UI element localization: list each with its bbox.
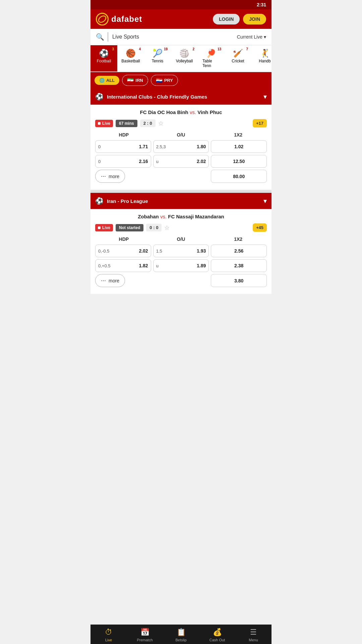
sport-icon-1: 🏀 [126,49,136,58]
sport-tab-tennis[interactable]: 19 🎾 Tennis [144,45,171,71]
x12-cell[interactable]: 2.56 [211,245,267,257]
betting-row-1: 0 2.16 u 2.02 12.50 [95,155,267,168]
header-buttons: LOGIN JOIN [213,14,266,24]
dropdown-icon: ▾ [264,34,266,40]
ou-cell[interactable]: u 2.02 [153,155,209,168]
x12-cell[interactable]: 12.50 [211,155,267,168]
x12-extra-cell[interactable]: 80.00 [211,170,267,183]
x12-header: 1X2 [209,132,267,138]
sport-tab-cricket[interactable]: 7 🏏 Cricket [225,45,251,71]
logo-icon [96,13,109,25]
plus-badge[interactable]: +17 [253,119,267,127]
sport-tab-basketball[interactable]: 4 🏀 Basketball [117,45,144,71]
x12-header: 1X2 [209,236,267,242]
more-dots-icon: ··· [101,277,106,284]
time-badge: 67 mins [116,120,137,127]
sport-icon-2: 🎾 [153,49,163,58]
hdp-cell[interactable]: 0 1.71 [95,140,151,153]
sport-icon-0: ⚽ [99,49,109,58]
section-header-intl-clubs[interactable]: ⚽ International Clubs - Club Friendly Ga… [90,89,272,105]
sport-tab-football[interactable]: 3 ⚽ Football [90,45,117,71]
match-info-row: Live 67 mins 2 : 0 ☆ +17 [95,119,267,127]
x12-cell[interactable]: 2.38 [211,259,267,272]
section-header-iran-pro[interactable]: ⚽ Iran - Pro League ▾ [90,193,272,209]
hdp-header: HDP [95,236,153,242]
search-label: Live Sports [112,34,237,40]
ou-header: O/U [153,236,210,242]
sport-icon-5: 🏏 [233,49,243,58]
match-card-match1: FC Dia OC Hoa Binh vs. Vinh Phuc Live 67… [90,105,272,190]
flag-icon: 🇮🇷 [127,77,134,84]
match-title: Zobahan vs. FC Nassaji Mazandaran [95,214,267,219]
sport-tab-volleyball[interactable]: 2 🏐 Volleyball [171,45,198,71]
more-button[interactable]: ··· more [95,170,125,183]
section-gap [90,190,272,193]
search-bar: 🔍 Live Sports Current Live ▾ [90,29,272,45]
betting-row-0: 0 1.71 2.5,3 1.80 1.02 [95,140,267,153]
ou-header: O/U [153,132,210,138]
betting-last-row: ··· more 80.00 [95,170,267,183]
more-dots-icon: ··· [101,173,106,180]
match-title: FC Dia OC Hoa Binh vs. Vinh Phuc [95,109,267,115]
svg-point-0 [98,15,107,24]
hdp-cell[interactable]: 0,-0.5 2.02 [95,245,151,257]
filter-pills: 🌐ALL🇮🇷IRN🇵🇾PRY [90,72,272,89]
login-button[interactable]: LOGIN [213,14,240,24]
betting-headers: HDP O/U 1X2 [95,132,267,138]
ou-cell[interactable]: u 1.89 [153,259,209,272]
section-soccer-icon: ⚽ [95,93,104,101]
betting-row-0: 0,-0.5 2.02 1.5 1.93 2.56 [95,245,267,257]
filter-pill-all[interactable]: 🌐ALL [95,76,119,85]
sport-icon-4: 🏓 [206,49,216,58]
search-icon[interactable]: 🔍 [96,33,104,41]
sport-tab-handb[interactable]: 🤾 Handb [251,45,272,71]
live-dot [98,122,101,125]
betting-headers: HDP O/U 1X2 [95,236,267,242]
x12-cell[interactable]: 1.02 [211,140,267,153]
header: dafabet LOGIN JOIN [90,9,272,29]
ou-cell[interactable]: 1.5 1.93 [153,245,209,257]
globe-icon: 🌐 [99,78,105,83]
join-button[interactable]: JOIN [243,14,266,24]
sport-icon-6: 🤾 [260,49,270,58]
score-badge: 0 : 0 [146,224,162,231]
section-chevron-icon: ▾ [263,197,267,205]
filter-pill-pry[interactable]: 🇵🇾PRY [151,75,178,86]
logo-text: dafabet [111,14,142,24]
sports-tabs: 3 ⚽ Football 4 🏀 Basketball 19 🎾 Tennis … [90,45,272,72]
time-badge: Not started [116,224,143,231]
hdp-cell[interactable]: 0 2.16 [95,155,151,168]
match-info-row: Live Not started 0 : 0 ☆ +45 [95,223,267,232]
hdp-cell[interactable]: 0,+0.5 1.82 [95,259,151,272]
ou-cell[interactable]: 2.5,3 1.80 [153,140,209,153]
sport-tab-table-tenn[interactable]: 13 🏓 Table Tenn [198,45,225,71]
live-dot [98,226,101,229]
favorite-icon[interactable]: ☆ [158,120,164,127]
filter-pill-irn[interactable]: 🇮🇷IRN [122,75,148,86]
status-bar: 2:31 [90,0,272,9]
more-button[interactable]: ··· more [95,274,125,287]
search-divider [108,32,108,42]
logo: dafabet [96,13,142,25]
section-soccer-icon: ⚽ [95,197,104,205]
sport-icon-3: 🏐 [179,49,189,58]
content-area: ⚽ International Clubs - Club Friendly Ga… [90,89,272,318]
betting-row-1: 0,+0.5 1.82 u 1.89 2.38 [95,259,267,272]
flag-icon: 🇵🇾 [156,77,163,84]
live-badge: Live [95,224,113,231]
section-chevron-icon: ▾ [263,93,267,101]
favorite-icon[interactable]: ☆ [164,224,170,231]
betting-last-row: ··· more 3.80 [95,274,267,287]
hdp-header: HDP [95,132,153,138]
score-badge: 2 : 0 [140,119,156,127]
match-card-match2: Zobahan vs. FC Nassaji Mazandaran Live N… [90,209,272,294]
current-live-filter[interactable]: Current Live ▾ [237,34,266,40]
x12-extra-cell[interactable]: 3.80 [211,274,267,287]
plus-badge[interactable]: +45 [253,223,267,232]
live-badge: Live [95,120,113,127]
